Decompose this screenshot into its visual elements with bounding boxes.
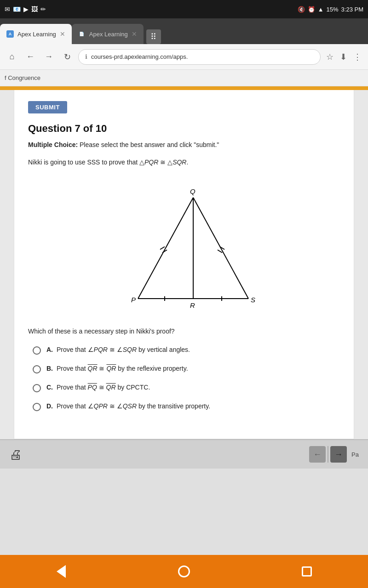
tab-favicon-2: 📄 (78, 30, 86, 38)
signal-icon: ▲ (318, 6, 324, 13)
instruction-bold: Multiple Choice: (28, 141, 78, 148)
question-title: Question 7 of 10 (28, 123, 340, 135)
new-tab-button[interactable]: ⠿ (146, 29, 161, 44)
menu-icon[interactable]: ⋮ (351, 50, 363, 64)
tab-close-2[interactable]: ✕ (132, 30, 137, 38)
page-label: Pa (351, 451, 359, 458)
toolbar-navigation: ← → Pa (309, 446, 359, 463)
choice-c[interactable]: C. Prove that PQ ≅ QR by CPCTC. (33, 384, 340, 392)
choice-c-label: C. (46, 384, 53, 391)
next-page-button[interactable]: → (330, 446, 347, 463)
url-bar[interactable]: ℹ courses-prd.apexlearning.com/apps. (78, 49, 321, 65)
home-nav-button[interactable] (174, 561, 194, 582)
toolbar-divider (328, 446, 328, 463)
choice-b[interactable]: B. Prove that QR ≅ QR by the reflexive p… (33, 365, 340, 373)
content-area: SUBMIT Question 7 of 10 Multiple Choice:… (0, 86, 368, 469)
tab-close-1[interactable]: ✕ (60, 30, 65, 38)
home-circle-icon (178, 565, 190, 577)
mail-icon: 📧 (13, 6, 21, 13)
refresh-button[interactable]: ↻ (60, 50, 75, 64)
tab-apex-learning-1[interactable]: A Apex Learning ✕ (0, 24, 72, 44)
android-nav-bar (0, 555, 368, 588)
back-nav-button[interactable] (51, 561, 71, 582)
choice-d-label: D. (46, 402, 53, 410)
radio-a[interactable] (33, 346, 41, 355)
bottom-toolbar: 🖨 ← → Pa (0, 439, 368, 469)
triangle-diagram: Q P S R (106, 175, 262, 317)
tab-apex-learning-2[interactable]: 📄 Apex Learning ✕ (72, 24, 144, 44)
choice-a[interactable]: A. Prove that ∠PQR ≅ ∠SQR by vertical an… (33, 346, 340, 355)
quiz-card: SUBMIT Question 7 of 10 Multiple Choice:… (14, 90, 354, 439)
tab-label-2: Apex Learning (89, 31, 128, 38)
mute-icon: 🔇 (298, 6, 305, 13)
media-icon: ▶ (23, 6, 29, 13)
status-bar-left: ✉ 📧 ▶ 🖼 ✏ (5, 6, 46, 13)
svg-text:P: P (131, 296, 136, 304)
address-bar-actions: ☆ ⬇ ⋮ (324, 50, 363, 64)
radio-d[interactable] (33, 403, 41, 411)
back-button[interactable]: ← (23, 50, 38, 64)
svg-line-4 (160, 247, 165, 249)
breadcrumb-text: f Congruence (5, 74, 40, 81)
recents-nav-button[interactable] (297, 561, 317, 582)
choice-b-text: B. Prove that QR ≅ QR by the reflexive p… (46, 365, 188, 372)
qr-overline-3: QR (106, 384, 116, 391)
print-icon[interactable]: 🖨 (9, 447, 22, 462)
choice-a-text: A. Prove that ∠PQR ≅ ∠SQR by vertical an… (46, 346, 190, 353)
question-text: Nikki is going to use SSS to prove that … (28, 157, 340, 167)
tab-label-1: Apex Learning (17, 31, 56, 38)
address-bar: ⌂ ← → ↻ ℹ courses-prd.apexlearning.com/a… (0, 44, 368, 70)
image-icon: 🖼 (31, 6, 38, 13)
edit-icon: ✏ (40, 6, 46, 13)
svg-text:R: R (190, 301, 195, 309)
battery-level: 15% (327, 6, 339, 13)
svg-line-1 (193, 198, 248, 299)
choice-b-label: B. (46, 365, 53, 372)
status-bar-right: 🔇 ⏰ ▲ 15% 3:23 PM (298, 6, 363, 13)
submit-button[interactable]: SUBMIT (28, 101, 67, 113)
forward-button[interactable]: → (41, 50, 56, 64)
orange-top-bar (0, 86, 368, 90)
qr-overline-2: QR (106, 365, 116, 372)
alarm-icon: ⏰ (308, 6, 315, 13)
download-icon[interactable]: ⬇ (338, 50, 349, 64)
url-text: courses-prd.apexlearning.com/apps. (91, 53, 188, 60)
tab-bar: A Apex Learning ✕ 📄 Apex Learning ✕ ⠿ (0, 18, 368, 44)
radio-c[interactable] (33, 384, 41, 392)
prev-page-button[interactable]: ← (309, 446, 326, 463)
diagram-container: Q P S R (28, 175, 340, 317)
bookmark-icon[interactable]: ☆ (324, 50, 335, 64)
msg-icon: ✉ (5, 6, 10, 13)
secure-icon: ℹ (85, 53, 87, 60)
svg-text:S: S (251, 296, 255, 304)
question-stem: Which of these is a necessary step in Ni… (28, 326, 340, 336)
instruction-rest: Please select the best answer and click … (78, 141, 219, 148)
status-bar: ✉ 📧 ▶ 🖼 ✏ 🔇 ⏰ ▲ 15% 3:23 PM (0, 0, 368, 18)
pq-overline: PQ (88, 384, 97, 391)
svg-line-0 (138, 198, 193, 299)
question-instruction: Multiple Choice: Please select the best … (28, 140, 340, 150)
choice-d[interactable]: D. Prove that ∠QPR ≅ ∠QSR by the transit… (33, 402, 340, 411)
time-display: 3:23 PM (341, 6, 363, 13)
qr-overline-1: QR (88, 365, 98, 372)
svg-text:Q: Q (190, 187, 196, 195)
breadcrumb-bar: f Congruence (0, 70, 368, 86)
back-triangle-icon (57, 565, 66, 578)
answer-choices: A. Prove that ∠PQR ≅ ∠SQR by vertical an… (28, 346, 340, 411)
choice-a-label: A. (46, 346, 53, 353)
choice-d-text: D. Prove that ∠QPR ≅ ∠QSR by the transit… (46, 402, 210, 410)
tab-favicon-1: A (6, 30, 14, 38)
recents-square-icon (302, 566, 312, 577)
home-button[interactable]: ⌂ (5, 50, 19, 64)
choice-c-text: C. Prove that PQ ≅ QR by CPCTC. (46, 384, 150, 391)
radio-b[interactable] (33, 365, 41, 373)
svg-line-7 (218, 250, 222, 253)
